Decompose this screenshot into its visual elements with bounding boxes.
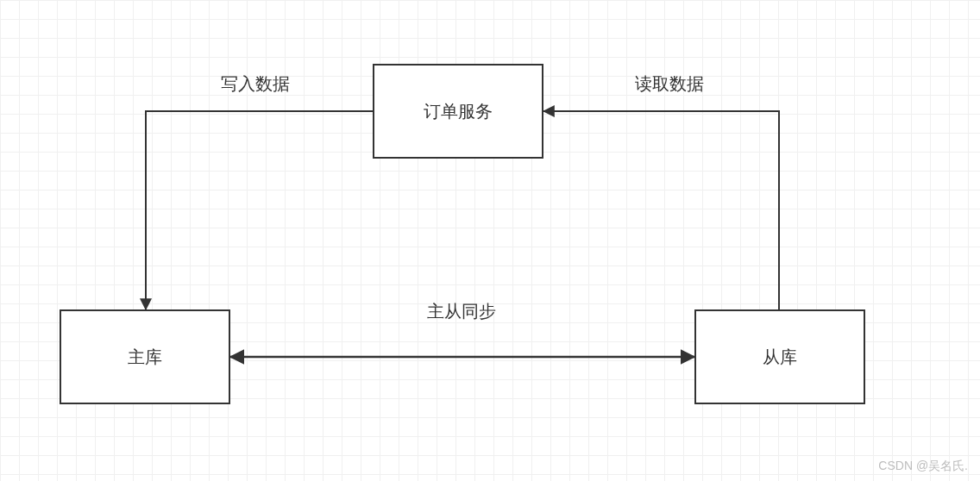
node-master-db: 主库 [60,309,230,404]
node-order-service-label: 订单服务 [424,100,493,123]
edge-label-read: 读取数据 [635,72,704,96]
node-master-db-label: 主库 [128,346,162,369]
node-order-service: 订单服务 [373,64,543,159]
edge-label-sync: 主从同步 [427,300,496,323]
node-slave-db: 从库 [694,309,865,404]
edge-write [146,111,373,309]
node-slave-db-label: 从库 [763,346,797,369]
edge-read [543,111,779,309]
watermark: CSDN @吴名氏. [878,459,968,474]
edge-label-write: 写入数据 [221,72,290,96]
